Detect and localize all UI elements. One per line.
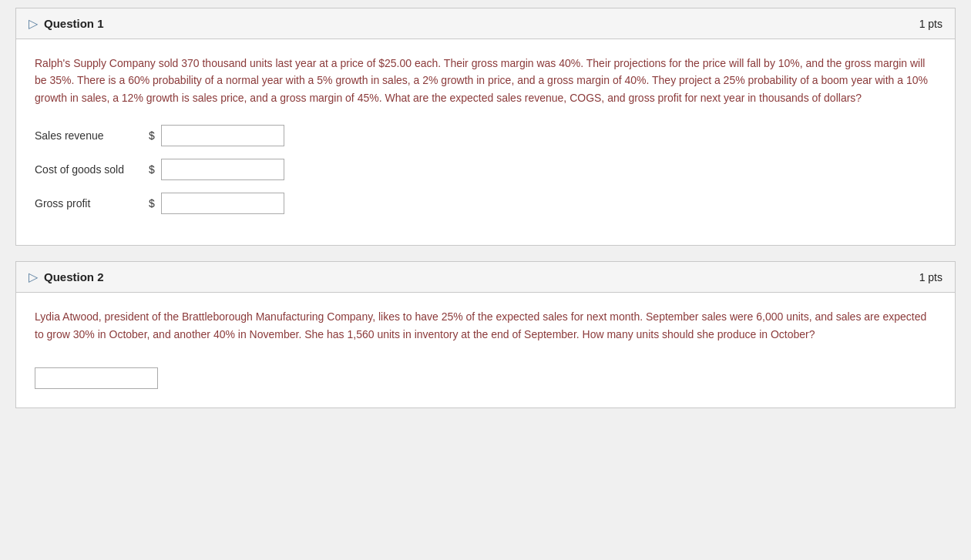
question-2-text: Lydia Atwood, president of the Brattlebo…	[35, 308, 936, 343]
cogs-row: Cost of goods sold $	[35, 159, 936, 180]
question-2-header: ▷ Question 2 1 pts	[16, 262, 955, 293]
cogs-currency: $	[149, 163, 155, 176]
question-2-card: ▷ Question 2 1 pts Lydia Atwood, preside…	[15, 261, 956, 408]
gross-profit-label: Gross profit	[35, 197, 143, 210]
question-1-header: ▷ Question 1 1 pts	[16, 8, 955, 39]
gross-profit-row: Gross profit $	[35, 193, 936, 214]
question-1-pts: 1 pts	[919, 18, 942, 30]
cogs-label: Cost of goods sold	[35, 163, 143, 176]
question-2-arrow-icon: ▷	[29, 270, 38, 284]
question-1-title: Question 1	[44, 17, 104, 30]
question-1-header-left: ▷ Question 1	[29, 16, 104, 31]
sales-revenue-currency: $	[149, 129, 155, 142]
sales-revenue-input[interactable]	[161, 125, 284, 146]
sales-revenue-row: Sales revenue $	[35, 125, 936, 146]
sales-revenue-label: Sales revenue	[35, 129, 143, 142]
question-2-body: Lydia Atwood, president of the Brattlebo…	[16, 293, 955, 407]
question-1-card: ▷ Question 1 1 pts Ralph's Supply Compan…	[15, 8, 956, 246]
question-2-header-left: ▷ Question 2	[29, 270, 104, 284]
question-1-body: Ralph's Supply Company sold 370 thousand…	[16, 39, 955, 245]
question-2-answer-input[interactable]	[35, 367, 158, 389]
cogs-input[interactable]	[161, 159, 284, 180]
gross-profit-input[interactable]	[161, 193, 284, 214]
question-2-pts: 1 pts	[919, 271, 942, 283]
question-1-text: Ralph's Supply Company sold 370 thousand…	[35, 55, 936, 106]
gross-profit-currency: $	[149, 197, 155, 210]
question-1-arrow-icon: ▷	[29, 16, 38, 31]
question-2-title: Question 2	[44, 270, 104, 283]
